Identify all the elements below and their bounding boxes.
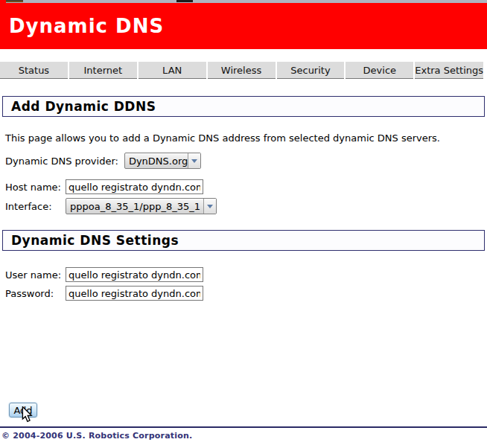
password-row: Password: [5,286,487,301]
footer-divider [0,426,487,428]
page-title: Dynamic DNS [9,15,164,37]
page-description: This page allows you to add a Dynamic DN… [5,132,487,144]
tab-status[interactable]: Status [0,62,68,79]
page-header-banner: Dynamic DNS [0,3,487,49]
interface-row: Interface: pppoa_8_35_1/ppp_8_35_1 [5,198,487,214]
interface-label: Interface: [5,201,66,212]
browser-icon-artifact [6,0,23,2]
username-input[interactable] [66,267,203,282]
host-label: Host name: [5,182,66,193]
copyright-text: © 2004-2006 U.S. Robotics Corporation. [1,431,487,441]
nav-tabbar: Status Internet LAN Wireless Security De… [0,62,483,79]
username-row: User name: [5,267,487,282]
dynamic-dns-page: Dynamic DNS Status Internet LAN Wireless… [0,0,487,448]
browser-tab-artifact [176,0,193,2]
add-button[interactable]: Add [9,403,37,417]
password-label: Password: [5,288,66,299]
interface-selected-value: pppoa_8_35_1/ppp_8_35_1 [70,201,200,212]
tab-wireless[interactable]: Wireless [208,62,276,79]
username-label: User name: [5,269,66,281]
provider-selected-value: DynDNS.org [129,156,188,167]
provider-select[interactable]: DynDNS.org [124,153,201,169]
provider-select-arrow-zone [188,153,200,168]
section-title-add-ddns: Add Dynamic DDNS [11,99,156,114]
section-dynamic-dns-settings: Dynamic DNS Settings [2,230,485,251]
section-title-settings: Dynamic DNS Settings [11,233,179,248]
browser-chrome-strip [0,0,487,3]
chevron-down-icon [191,159,197,163]
host-name-input[interactable] [66,179,203,194]
tab-extra-settings[interactable]: Extra Settings [415,62,483,79]
tab-device[interactable]: Device [346,62,413,79]
interface-select[interactable]: pppoa_8_35_1/ppp_8_35_1 [66,198,217,214]
tab-security[interactable]: Security [277,62,345,79]
host-row: Host name: [5,179,487,194]
tab-lan[interactable]: LAN [139,62,206,79]
password-input[interactable] [66,286,203,301]
provider-row: Dynamic DNS provider: DynDNS.org [5,153,487,169]
provider-label: Dynamic DNS provider: [5,156,118,167]
tab-internet[interactable]: Internet [69,62,137,79]
browser-edge-artifact [0,0,6,3]
section-add-dynamic-ddns: Add Dynamic DDNS [2,96,485,117]
interface-select-arrow-zone [203,199,216,214]
chevron-down-icon [207,205,213,208]
